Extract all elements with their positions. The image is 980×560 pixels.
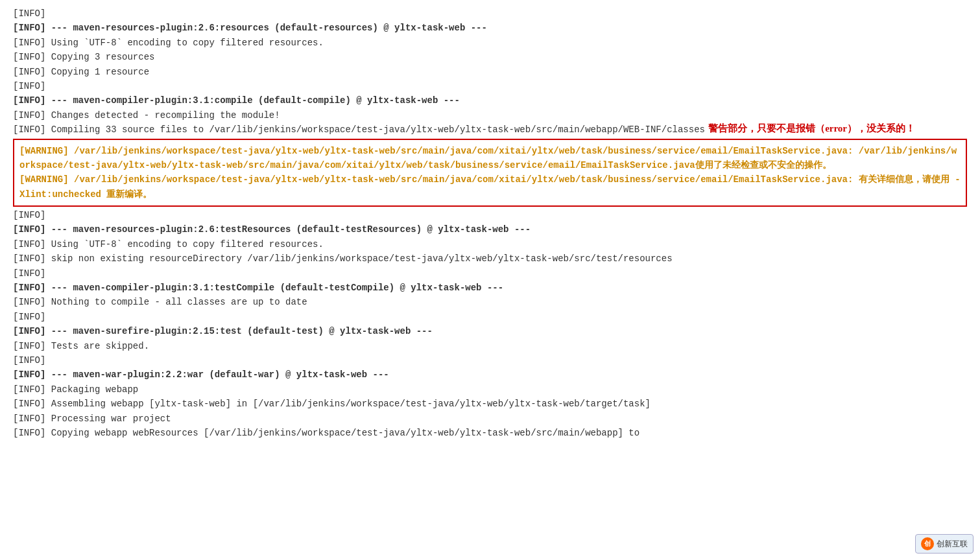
log-lines-before: [INFO] [INFO] --- maven-resources-plugin…: [13, 6, 967, 137]
log-line: [INFO] --- maven-war-plugin:2.2:war (def…: [13, 368, 967, 382]
log-line: [INFO] Changes detected - recompiling th…: [13, 108, 967, 122]
log-lines-after: [INFO] [INFO] --- maven-resources-plugin…: [13, 208, 967, 440]
log-line: [INFO] Packaging webapp: [13, 382, 967, 397]
log-line: [INFO] --- maven-surefire-plugin:2.15:te…: [13, 324, 967, 338]
log-line: [INFO] Using `UTF-8` encoding to copy fi…: [13, 36, 967, 50]
footer-logo: 创 创新互联: [915, 534, 974, 554]
annotation-text: 警告部分，只要不是报错（error），没关系的！: [708, 122, 915, 135]
log-line: [INFO]: [13, 6, 967, 21]
logo-text: 创新互联: [937, 539, 968, 550]
log-line: [INFO] --- maven-resources-plugin:2.6:te…: [13, 222, 967, 237]
log-line: [INFO]: [13, 266, 967, 281]
log-line: [INFO] --- maven-compiler-plugin:3.1:tes…: [13, 281, 967, 295]
log-line: [INFO] --- maven-compiler-plugin:3.1:com…: [13, 93, 967, 108]
log-line: [INFO] Tests are skipped.: [13, 339, 967, 353]
log-line: [INFO] Copying 1 resource: [13, 65, 967, 79]
warning-line-2: [WARNING] /var/lib/jenkins/workspace/tes…: [19, 172, 961, 202]
log-line: [INFO] --- maven-resources-plugin:2.6:re…: [13, 21, 967, 35]
log-line: [INFO] Processing war project: [13, 412, 967, 426]
log-line: [INFO] Assembling webapp [yltx-task-web]…: [13, 397, 967, 411]
log-line: [INFO] Copying 3 resources: [13, 50, 967, 64]
warning-block: [WARNING] /var/lib/jenkins/workspace/tes…: [13, 139, 967, 207]
logo-icon: 创: [921, 537, 934, 550]
log-line: [INFO] skip non existing resourceDirecto…: [13, 251, 967, 266]
log-line: [INFO] Using `UTF-8` encoding to copy fi…: [13, 237, 967, 251]
log-line: [INFO] Nothing to compile - all classes …: [13, 295, 967, 309]
warning-line-1: [WARNING] /var/lib/jenkins/workspace/tes…: [19, 144, 961, 173]
changes-detected-row: [INFO] Changes detected - recompiling th…: [13, 108, 967, 122]
log-container: [INFO] [INFO] --- maven-resources-plugin…: [0, 0, 980, 447]
log-line: [INFO] Copying webapp webResources [/var…: [13, 426, 967, 440]
log-line: [INFO]: [13, 79, 967, 93]
log-line: [INFO]: [13, 353, 967, 368]
log-line: [INFO]: [13, 208, 967, 222]
log-line: [INFO]: [13, 310, 967, 324]
